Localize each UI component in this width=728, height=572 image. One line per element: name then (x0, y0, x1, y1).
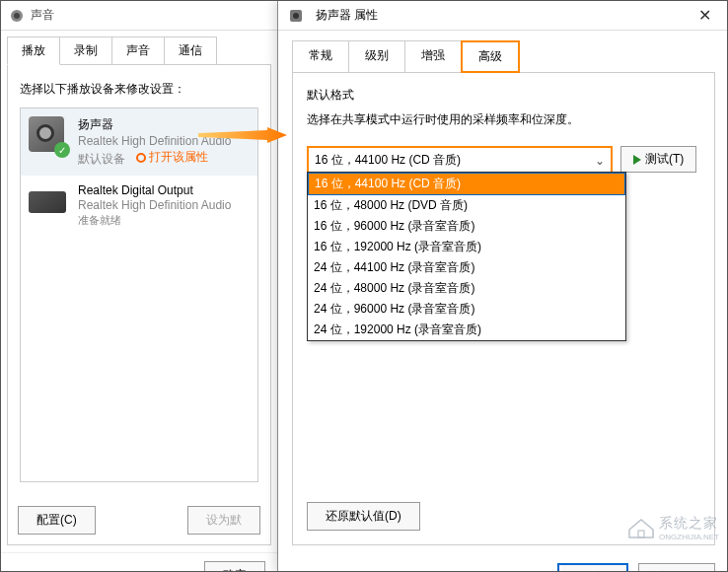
props-content: 默认格式 选择在共享模式中运行时使用的采样频率和位深度。 16 位，44100 … (292, 72, 715, 545)
device-list[interactable]: ✓ 扬声器 Realtek High Definition Audio 默认设备… (20, 107, 258, 482)
default-format-label: 默认格式 (307, 87, 700, 104)
tab-sounds[interactable]: 声音 (111, 36, 165, 65)
sound-ok-button[interactable]: 确定 (204, 561, 265, 572)
sound-dialog-buttons: 确定 (1, 552, 277, 572)
tab-recording[interactable]: 录制 (59, 36, 112, 65)
dropdown-option[interactable]: 24 位，48000 Hz (录音室音质) (308, 278, 625, 299)
check-icon: ✓ (54, 142, 70, 158)
speaker-icon: ✓ (29, 116, 68, 156)
device-status: 准备就绪 (78, 213, 250, 228)
props-tabs: 常规 级别 增强 高级 (278, 31, 728, 73)
svg-point-4 (293, 13, 299, 19)
test-button[interactable]: 测试(T) (620, 146, 696, 173)
sound-titlebar: 声音 (1, 1, 277, 31)
svg-point-1 (14, 13, 20, 19)
dropdown-option[interactable]: 16 位，192000 Hz (录音室音质) (308, 237, 625, 257)
tab-general[interactable]: 常规 (292, 40, 349, 73)
device-status: 默认设备 打开该属性 (78, 149, 250, 168)
props-apply-button[interactable]: 应用(A) (638, 563, 715, 572)
dropdown-option[interactable]: 24 位，44100 Hz (录音室音质) (308, 257, 625, 278)
restore-defaults-button[interactable]: 还原默认值(D) (307, 502, 420, 531)
device-desc: Realtek High Definition Audio (78, 198, 250, 212)
props-titlebar: 扬声器 属性 ✕ (278, 1, 728, 31)
device-name: Realtek Digital Output (78, 183, 250, 197)
arrow-annotation (198, 127, 287, 143)
sound-window: 声音 播放 录制 声音 通信 选择以下播放设备来修改设置： ✓ 扬声器 Real… (1, 1, 277, 572)
props-title: 扬声器 属性 (316, 7, 378, 24)
device-info: Realtek Digital Output Realtek High Defi… (78, 183, 250, 228)
svg-marker-2 (198, 127, 287, 143)
format-select-display[interactable]: 16 位，44100 Hz (CD 音质) ⌄ (307, 146, 613, 175)
props-ok-button[interactable]: 确定 (557, 563, 628, 572)
instruction-text: 选择以下播放设备来修改设置： (20, 81, 258, 98)
speaker-small-icon (288, 8, 304, 24)
dropdown-option[interactable]: 16 位，48000 Hz (DVD 音质) (308, 195, 625, 216)
set-default-button[interactable]: 设为默 (187, 506, 260, 535)
speaker-properties-window: 扬声器 属性 ✕ 常规 级别 增强 高级 默认格式 选择在共享模式中运行时使用的… (277, 1, 728, 572)
open-properties-tip: 打开该属性 (136, 149, 208, 166)
tab-levels[interactable]: 级别 (348, 40, 405, 73)
chevron-down-icon: ⌄ (595, 154, 605, 168)
dropdown-option[interactable]: 24 位，192000 Hz (录音室音质) (308, 320, 625, 340)
sound-icon (9, 8, 25, 24)
tab-advanced[interactable]: 高级 (461, 40, 520, 73)
dropdown-option[interactable]: 16 位，96000 Hz (录音室音质) (308, 216, 625, 237)
sound-tabs: 播放 录制 声音 通信 (1, 31, 277, 65)
format-dropdown[interactable]: 16 位，44100 Hz (CD 音质) 16 位，48000 Hz (DVD… (307, 172, 626, 341)
dropdown-option[interactable]: 24 位，96000 Hz (录音室音质) (308, 299, 625, 320)
dropdown-option[interactable]: 16 位，44100 Hz (CD 音质) (308, 173, 625, 195)
format-selected-value: 16 位，44100 Hz (CD 音质) (315, 152, 461, 169)
sound-title: 声音 (31, 7, 54, 24)
dac-icon (29, 183, 68, 223)
tab-playback[interactable]: 播放 (7, 36, 60, 65)
tab-enhance[interactable]: 增强 (404, 40, 462, 73)
tab-communications[interactable]: 通信 (164, 36, 217, 65)
sound-bottom-buttons: 配置(C) 设为默 (18, 506, 260, 535)
format-row: 16 位，44100 Hz (CD 音质) ⌄ 16 位，44100 Hz (C… (307, 146, 700, 175)
device-item-digital[interactable]: Realtek Digital Output Realtek High Defi… (21, 176, 257, 236)
props-bottom-buttons: 确定 应用(A) (278, 553, 728, 572)
configure-button[interactable]: 配置(C) (18, 506, 96, 535)
play-icon (633, 155, 641, 165)
close-icon[interactable]: ✕ (691, 4, 719, 27)
format-select[interactable]: 16 位，44100 Hz (CD 音质) ⌄ 16 位，44100 Hz (C… (307, 146, 613, 175)
circle-icon (136, 153, 146, 163)
default-format-desc: 选择在共享模式中运行时使用的采样频率和位深度。 (307, 111, 700, 128)
